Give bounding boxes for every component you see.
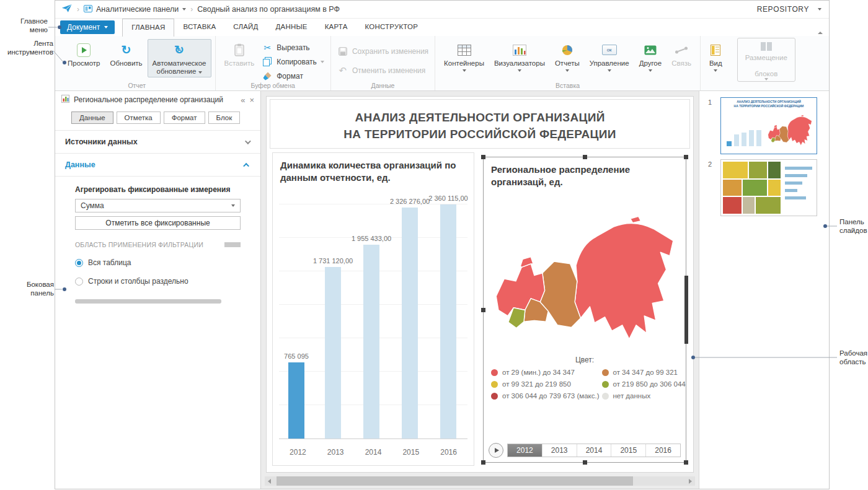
mark-all-fixed-button[interactable]: Отметить все фиксированные xyxy=(75,216,241,230)
selection-handle[interactable] xyxy=(583,155,587,159)
undo-changes-button[interactable]: ↶ Отменить изменения xyxy=(335,63,431,77)
chevron-down-icon[interactable] xyxy=(182,8,186,11)
save-changes-button[interactable]: Сохранить изменения xyxy=(335,44,431,58)
selection-handle[interactable] xyxy=(684,460,688,465)
panels-icon xyxy=(84,5,92,14)
refresh-button[interactable]: ↻ Обновить xyxy=(105,39,148,69)
sidebar-header: Региональное распределение организаций «… xyxy=(55,91,260,108)
slide-thumbnail-1[interactable]: АНАЛИЗ ДЕЯТЕЛЬНОСТИ ОРГАНИЗАЦИЙ НА ТЕРРИ… xyxy=(720,97,817,154)
legend-color-dot xyxy=(491,381,498,388)
bar-value-label: 1 955 433,00 xyxy=(352,235,391,242)
sidebar-title: Региональное распределение организаций xyxy=(74,95,236,104)
layout-blocks-label: Размещениеблоков xyxy=(745,54,787,81)
radio-rows-cols[interactable]: Строки и столбцы раздельно xyxy=(75,277,241,286)
chevron-down-icon xyxy=(518,69,521,72)
sidebar-tab-data[interactable]: Данные xyxy=(71,112,113,124)
chevron-down-icon[interactable] xyxy=(321,61,324,63)
treemap-cell xyxy=(768,162,781,178)
sidebar-tab-mark[interactable]: Отметка xyxy=(117,112,161,124)
selection-handle[interactable] xyxy=(481,155,485,159)
bar[interactable] xyxy=(288,362,304,439)
bar-chart-block[interactable]: Динамика количества организаций по данны… xyxy=(272,152,474,466)
link-button[interactable]: Связь xyxy=(666,39,696,69)
sidebar-scrollbar[interactable] xyxy=(75,299,221,304)
dashboard-title-block[interactable]: АНАЛИЗ ДЕЯТЕЛЬНОСТИ ОРГАНИЗАЦИЙ НА ТЕРРИ… xyxy=(270,99,690,149)
bar[interactable] xyxy=(440,204,456,439)
mini-hbar xyxy=(785,167,812,170)
selection-handle[interactable] xyxy=(684,155,688,159)
section-data-sources[interactable]: Источники данных xyxy=(55,130,260,153)
sidebar-tab-format[interactable]: Формат xyxy=(164,112,205,124)
bar[interactable] xyxy=(402,208,418,439)
russia-map[interactable] xyxy=(489,204,680,356)
visualizers-label: Визуализаторы xyxy=(494,59,545,68)
tab-glavnaya[interactable]: ГЛАВНАЯ xyxy=(122,19,174,37)
preview-button[interactable]: Просмотр xyxy=(63,39,105,69)
annotation-work-area: Рабочая область xyxy=(839,349,868,366)
selection-handle[interactable] xyxy=(684,276,688,344)
selection-handle[interactable] xyxy=(481,460,485,465)
ribbon-group-clipboard: Вставить ✂ Вырезать Копировать xyxy=(216,36,331,90)
bar[interactable] xyxy=(325,267,341,439)
slide-thumbnail-2[interactable] xyxy=(720,159,817,216)
collapse-ribbon-button[interactable] xyxy=(818,25,823,37)
auto-refresh-label: Автоматическоеобновление xyxy=(153,59,206,76)
close-panel-icon[interactable]: × xyxy=(249,96,254,104)
chevron-down-icon xyxy=(231,204,235,207)
selection-handle[interactable] xyxy=(583,460,587,465)
legend-item: от 29 (мин.) до 34 347 xyxy=(491,369,600,376)
timeline-year-button[interactable]: 2012 xyxy=(508,444,542,457)
controls-button[interactable]: ок Управление xyxy=(585,39,634,74)
aggregate-label: Агрегировать фиксированные измерения xyxy=(75,185,241,194)
paper-plane-icon[interactable] xyxy=(61,4,73,15)
scrollbar-fragment[interactable] xyxy=(224,242,241,247)
legend-color-dot xyxy=(491,393,498,400)
timeline-play-button[interactable] xyxy=(489,443,503,458)
map-timeline-years: 20122013201420152016 xyxy=(507,444,681,457)
containers-button[interactable]: Контейнеры xyxy=(439,39,489,74)
other-button[interactable]: Другое xyxy=(634,39,667,74)
selection-handle[interactable] xyxy=(481,308,485,312)
reports-label: Отчеты xyxy=(555,59,580,68)
group-label-data: Данные xyxy=(331,82,435,89)
aggregate-select[interactable]: Сумма xyxy=(75,199,241,212)
tab-konstruktor[interactable]: КОНСТРУКТОР xyxy=(356,19,427,36)
scrollbar-thumb[interactable] xyxy=(277,476,633,486)
scroll-right-icon[interactable] xyxy=(686,476,695,486)
scroll-left-icon[interactable] xyxy=(265,476,274,486)
radio-whole-table[interactable]: Вся таблица xyxy=(75,258,241,267)
format-button[interactable]: Формат xyxy=(259,69,327,83)
undo-icon: ↶ xyxy=(337,65,348,76)
cut-button[interactable]: ✂ Вырезать xyxy=(259,40,327,55)
radio-button-checked[interactable] xyxy=(75,259,83,267)
view-button[interactable]: Вид xyxy=(704,39,727,74)
collapse-panel-icon[interactable]: « xyxy=(241,96,245,104)
timeline-year-button[interactable]: 2016 xyxy=(645,444,680,457)
sidebar-tab-block[interactable]: Блок xyxy=(208,112,241,124)
horizontal-scrollbar[interactable] xyxy=(265,476,695,486)
reports-button[interactable]: Отчеты xyxy=(550,39,585,74)
timeline-year-button[interactable]: 2014 xyxy=(577,444,611,457)
menu-bar: Документ ГЛАВНАЯ ВСТАВКА СЛАЙД ДАННЫЕ КА… xyxy=(55,19,829,36)
bar[interactable] xyxy=(363,245,379,439)
repository-label[interactable]: REPOSITORY xyxy=(757,5,809,14)
section-data[interactable]: Данные xyxy=(55,153,260,177)
map-block[interactable]: Региональное распределение организацй, е… xyxy=(483,157,686,463)
document-menu-button[interactable]: Документ xyxy=(60,20,115,34)
radio-button[interactable] xyxy=(75,278,83,286)
tab-karta[interactable]: КАРТА xyxy=(316,19,356,36)
timeline-year-button[interactable]: 2015 xyxy=(611,444,645,457)
repository-menu-icon[interactable] xyxy=(818,8,822,11)
visualizers-button[interactable]: Визуализаторы xyxy=(489,39,550,74)
paste-button[interactable]: Вставить xyxy=(219,39,260,69)
breadcrumb-parent[interactable]: Аналитические панели xyxy=(84,5,186,14)
tab-slide[interactable]: СЛАЙД xyxy=(224,19,267,36)
tab-dannye[interactable]: ДАННЫЕ xyxy=(267,19,316,36)
timeline-year-button[interactable]: 2013 xyxy=(542,444,577,457)
tab-vstavka[interactable]: ВСТАВКА xyxy=(174,19,224,36)
copy-button[interactable]: Копировать xyxy=(259,55,327,69)
layout-blocks-button[interactable]: Размещениеблоков xyxy=(737,38,795,82)
thumb-title-line1: АНАЛИЗ ДЕЯТЕЛЬНОСТИ ОРГАНИЗАЦИЙ xyxy=(723,100,815,104)
breadcrumb-current: Сводный анализ по организациям в РФ xyxy=(197,5,340,14)
auto-refresh-button[interactable]: ↻A Автоматическоеобновление xyxy=(148,39,211,77)
